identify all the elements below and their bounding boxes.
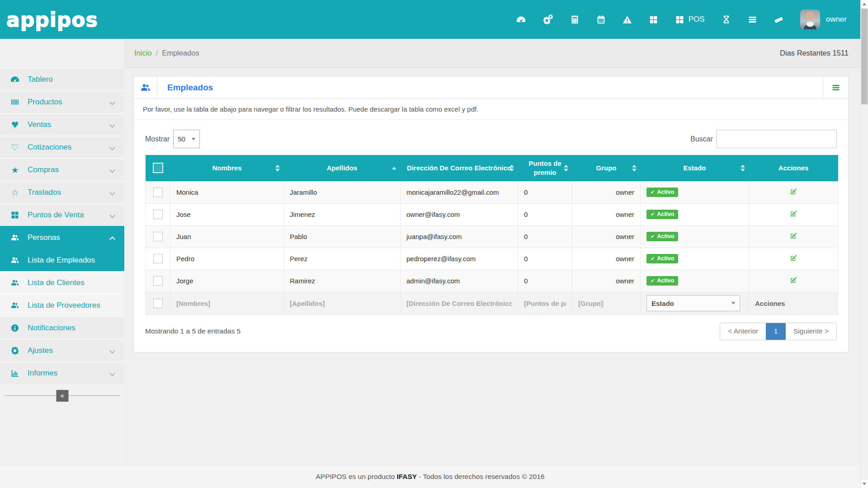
calendar-icon[interactable] <box>596 15 606 24</box>
filter-nombres-input[interactable]: [Nombres] <box>176 300 278 307</box>
chevron-down-icon <box>109 212 115 218</box>
info-icon <box>9 324 21 333</box>
header-apellidos[interactable]: Apellidos <box>284 155 401 181</box>
cell-email: juanpa@ifasy.com <box>401 225 518 248</box>
edit-icon[interactable] <box>789 210 797 218</box>
filter-email-input[interactable]: [Dirección De Correo Electrónico] <box>406 300 512 307</box>
username: owner <box>826 15 847 24</box>
edit-icon[interactable] <box>789 276 797 284</box>
scrollbar[interactable] <box>860 0 868 488</box>
cell-estado: ✔Activo <box>641 203 749 225</box>
row-checkbox[interactable] <box>153 232 163 241</box>
filter-checkbox[interactable] <box>153 299 163 308</box>
sidebar-item-lista-de-empleados[interactable]: Lista de Empleados <box>0 249 124 271</box>
sidebar-item-traslados[interactable]: ☆ Traslados <box>0 181 124 203</box>
content-area: Inicio / Empleados Dias Restantes 1511 E… <box>124 39 860 465</box>
header-nombres[interactable]: Nombres <box>170 155 284 181</box>
sidebar-item-notificaciones[interactable]: Notificaciones <box>0 316 124 339</box>
sidebar-item-informes[interactable]: Informes <box>0 361 124 384</box>
cell-puntos: 0 <box>518 225 572 248</box>
scrollbar-thumb[interactable] <box>861 9 868 104</box>
cell-nombres: Jose <box>170 203 284 225</box>
status-badge: ✔Activo <box>646 232 678 242</box>
cell-apellidos: Jaramillo <box>284 181 401 203</box>
cell-estado: ✔Activo <box>641 181 749 203</box>
cell-estado: ✔Activo <box>641 270 749 292</box>
chevron-down-icon <box>109 348 115 354</box>
filter-acciones-label: Acciones <box>755 300 785 307</box>
header-puntos[interactable]: Puntos de premio <box>518 155 572 181</box>
search-label: Buscar <box>690 135 713 143</box>
breadcrumb-home-link[interactable]: Inicio <box>134 49 152 57</box>
sidebar-item-tablero[interactable]: Tablero <box>0 68 124 90</box>
app-root: appipos POS owner <box>0 0 868 488</box>
cogs-icon[interactable] <box>542 14 553 25</box>
dashboard-icon[interactable] <box>516 15 526 24</box>
page-title: Empleados <box>157 76 823 99</box>
table-view-button[interactable] <box>823 76 848 99</box>
user-menu[interactable]: owner <box>800 9 847 29</box>
sidebar-item-productos[interactable]: Productos <box>0 90 124 113</box>
header-estado[interactable]: Estado <box>641 155 749 181</box>
cell-acciones <box>749 248 838 270</box>
footer-brand: IFASY <box>396 473 417 481</box>
table-row: Jose Jimenez owner@ifasy.com 0 owner ✔Ac… <box>146 203 838 225</box>
filter-apellidos-input[interactable]: [Apellidos] <box>290 300 394 307</box>
sidebar-item-ventas[interactable]: ♥ Ventas <box>0 113 124 136</box>
chevron-down-icon <box>109 122 115 128</box>
sidebar-item-cotizaciones[interactable]: ♡ Cotizaciones <box>0 136 124 158</box>
page-length-select[interactable]: 50 <box>173 130 200 148</box>
main-column: appipos POS owner <box>0 0 860 488</box>
eraser-icon[interactable] <box>774 15 783 24</box>
list-icon[interactable] <box>748 15 757 24</box>
sidebar-collapse-button[interactable]: « <box>56 390 68 402</box>
hourglass-icon[interactable] <box>722 15 731 24</box>
cell-acciones <box>749 181 838 203</box>
body-row: Tablero Productos ♥ Ventas ♡ Cotizacione… <box>0 39 860 465</box>
header-email[interactable]: Dirección De Correo Electrónico <box>401 155 518 181</box>
select-all-checkbox[interactable] <box>153 163 163 173</box>
sidebar-item-puntos-de-venta[interactable]: Puntos de Venta <box>0 203 124 226</box>
check-icon: ✔ <box>651 212 655 217</box>
edit-icon[interactable] <box>789 232 797 240</box>
sidebar-item-label: Tablero <box>28 75 53 84</box>
scroll-down-button[interactable] <box>861 480 868 488</box>
sidebar-item-label: Ajustes <box>28 346 53 355</box>
pos-button[interactable]: POS <box>675 15 705 24</box>
filter-grupo-input[interactable]: [Grupo] <box>578 300 634 307</box>
cell-email: pedroperez@ifasy.com <box>401 248 518 270</box>
filter-estado-select[interactable]: Estado <box>646 295 740 311</box>
employees-table: Nombres Apellidos Dirección De Correo El… <box>145 155 838 315</box>
cell-puntos: 0 <box>518 203 572 225</box>
chevron-down-icon <box>109 190 115 196</box>
users-icon <box>9 233 21 242</box>
edit-icon[interactable] <box>789 188 797 196</box>
row-checkbox[interactable] <box>153 254 163 263</box>
sidebar-item-compras[interactable]: ★ Compras <box>0 158 124 181</box>
cell-acciones <box>749 225 838 248</box>
app-logo[interactable]: appipos <box>6 8 98 31</box>
next-page-button[interactable]: Siguiente > <box>786 323 836 340</box>
row-checkbox[interactable] <box>153 188 163 197</box>
calculator-icon[interactable] <box>570 15 580 24</box>
sidebar-item-label: Puntos de Venta <box>28 211 84 220</box>
filter-puntos-input[interactable]: [Puntos de premio] <box>524 300 566 307</box>
select-all-header[interactable] <box>146 155 170 181</box>
row-checkbox[interactable] <box>153 210 163 219</box>
warning-icon[interactable] <box>623 15 632 24</box>
sidebar-item-lista-de-clientes[interactable]: Lista de Clientes <box>0 271 124 294</box>
apps-grid-icon[interactable] <box>649 15 658 24</box>
scroll-up-button[interactable] <box>861 0 868 8</box>
search-input[interactable] <box>717 130 837 148</box>
sidebar-item-lista-de-proveedores[interactable]: Lista de Proveedores <box>0 294 124 316</box>
current-page-button[interactable]: 1 <box>766 323 786 340</box>
prev-page-button[interactable]: < Anterior <box>720 323 766 340</box>
sort-icon <box>509 164 514 171</box>
sidebar-item-label: Personas <box>28 233 60 242</box>
header-grupo[interactable]: Grupo <box>572 155 641 181</box>
sidebar-item-personas[interactable]: Personas <box>0 226 124 249</box>
row-checkbox[interactable] <box>153 276 163 286</box>
sidebar-item-ajustes[interactable]: Ajustes <box>0 339 124 361</box>
edit-icon[interactable] <box>789 254 797 262</box>
users-icon <box>9 256 21 265</box>
